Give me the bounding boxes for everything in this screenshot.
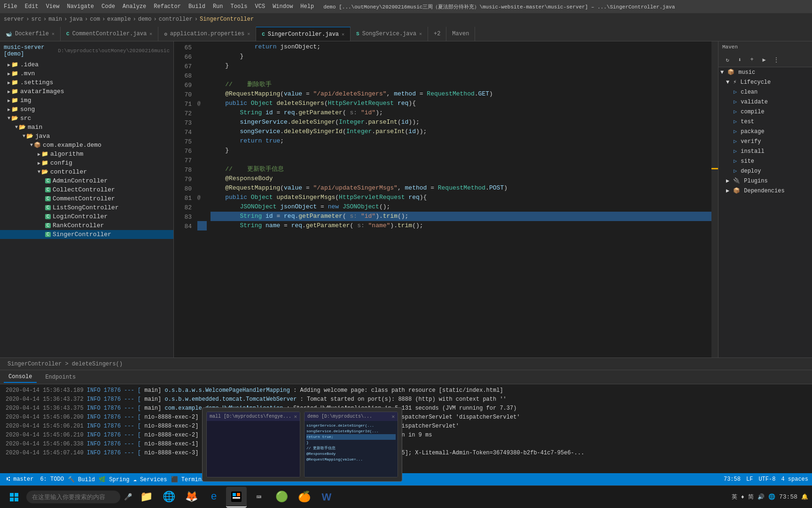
sidebar-item-java[interactable]: ▼ 📂 java <box>0 132 173 141</box>
sidebar-item-singercontroller[interactable]: C SingerController <box>0 230 173 239</box>
taskbar-edge[interactable]: e <box>203 487 224 508</box>
taskbar-file-explorer[interactable]: 📁 <box>136 487 156 508</box>
close-dockerfile[interactable]: ✕ <box>52 31 55 37</box>
sidebar-item-avatarimages[interactable]: ▶ 📁 avatarImages <box>0 87 173 96</box>
maven-lifecycle-item[interactable]: ▼ ⚡ Lifecycle <box>718 77 812 87</box>
tab-overflow[interactable]: +2 <box>428 27 446 41</box>
maven-play-btn[interactable]: ▶ <box>759 55 769 65</box>
tooltip-window-demo[interactable]: demo [D:\myproducts\... ✕ singerService.… <box>304 412 398 477</box>
maven-project-music[interactable]: ▼ 📦 music <box>718 67 812 77</box>
maven-clean[interactable]: ▷ clean <box>718 87 812 97</box>
menu-vcs[interactable]: VCS <box>255 3 265 10</box>
sidebar-item-com-example-demo[interactable]: ▼ 📦 com.example.demo <box>0 141 173 150</box>
menu-edit[interactable]: Edit <box>25 3 39 10</box>
sidebar-item-commentcontroller[interactable]: C CommentController <box>0 194 173 203</box>
minimap-scroll[interactable] <box>711 41 718 357</box>
sidebar-item-rankcontroller[interactable]: C RankController <box>0 221 173 230</box>
status-todo[interactable]: 6: TODO <box>40 476 63 483</box>
taskbar-app-orange[interactable]: 🍊 <box>294 487 314 508</box>
tab-commentcontroller[interactable]: C CommentController.java ✕ <box>61 27 158 41</box>
code-editor[interactable]: 6566676869707172737475767778798081828384… <box>174 41 718 357</box>
bc-demo[interactable]: demo <box>138 16 152 23</box>
maven-deploy[interactable]: ▷ deploy <box>718 166 812 176</box>
taskbar-app-green[interactable]: 🟢 <box>271 487 292 508</box>
bc-server[interactable]: server <box>4 16 24 23</box>
tab-console[interactable]: Console <box>4 372 37 383</box>
sidebar-item-img[interactable]: ▶ 📁 img <box>0 96 173 105</box>
close-tooltip-mall[interactable]: ✕ <box>294 413 297 420</box>
taskbar-notification[interactable]: 🔔 <box>801 493 808 500</box>
sidebar-item-mvn[interactable]: ▶ 📁 .mvn <box>0 69 173 78</box>
taskbar-lang[interactable]: 英 <box>732 493 737 501</box>
sidebar-item-controller[interactable]: ▼ 📂 controller <box>0 167 173 176</box>
status-indent[interactable]: 4 spaces <box>781 476 808 483</box>
bc-com[interactable]: com <box>90 16 100 23</box>
tab-maven[interactable]: Maven <box>446 27 475 41</box>
maven-verify[interactable]: ▷ verify <box>718 136 812 146</box>
bc-example[interactable]: example <box>107 16 131 23</box>
menu-code[interactable]: Code <box>102 3 115 10</box>
sidebar-item-algorithm[interactable]: ▶ 📁 algorithm <box>0 150 173 159</box>
tab-applicationproperties[interactable]: ⚙ application.properties ✕ <box>158 27 256 41</box>
sidebar-item-listsongcontroller[interactable]: C ListSongController <box>0 203 173 212</box>
menu-navigate[interactable]: Navigate <box>67 3 94 10</box>
mic-icon[interactable]: 🎤 <box>124 493 132 501</box>
maven-refresh-btn[interactable]: ↻ <box>722 55 733 65</box>
menu-bar[interactable]: File Edit View Navigate Code Analyze Ref… <box>4 3 314 10</box>
bc-singercontroller[interactable]: SingerController <box>200 16 254 23</box>
status-line-ending[interactable]: LF <box>746 476 753 483</box>
status-spring[interactable]: 🌿 Spring <box>99 476 129 483</box>
taskbar-word[interactable]: W <box>316 487 337 508</box>
status-line-col[interactable]: 73:58 <box>724 476 741 483</box>
maven-plugins-item[interactable]: ▶ 🔌 Plugins <box>718 176 812 186</box>
taskbar-intellij[interactable] <box>226 487 247 508</box>
code-content-area[interactable]: 6566676869707172737475767778798081828384… <box>174 41 718 357</box>
taskbar-search-input[interactable] <box>26 491 120 503</box>
close-songservice[interactable]: ✕ <box>419 31 422 37</box>
status-git[interactable]: ⑆ master <box>4 476 36 483</box>
maven-more-btn[interactable]: ⋮ <box>771 55 781 65</box>
maven-install[interactable]: ▷ install <box>718 146 812 156</box>
sidebar-item-settings[interactable]: ▶ 📁 .settings <box>0 78 173 87</box>
maven-package[interactable]: ▷ package <box>718 127 812 136</box>
menu-run[interactable]: Run <box>213 3 223 10</box>
maven-site[interactable]: ▷ site <box>718 156 812 166</box>
menu-help[interactable]: Help <box>300 3 314 10</box>
tab-endpoints[interactable]: Endpoints <box>40 372 80 382</box>
bc-java[interactable]: java <box>69 16 83 23</box>
sidebar-item-song[interactable]: ▶ 📁 song <box>0 105 173 114</box>
menu-window[interactable]: Window <box>273 3 293 10</box>
menu-analyze[interactable]: Analyze <box>123 3 146 10</box>
status-build[interactable]: 🔨 Build <box>68 476 95 483</box>
sidebar-item-logincontroller[interactable]: C LoginController <box>0 212 173 221</box>
sidebar-item-idea[interactable]: ▶ 📁 .idea <box>0 60 173 69</box>
taskbar-input-icon[interactable]: ♦ <box>741 494 744 500</box>
menu-build[interactable]: Build <box>188 3 205 10</box>
taskbar-network[interactable]: 🌐 <box>768 493 775 500</box>
maven-test[interactable]: ▷ test <box>718 117 812 127</box>
sidebar-item-admincontroller[interactable]: C AdminController <box>0 176 173 185</box>
sidebar-item-collectcontroller[interactable]: C CollectController <box>0 185 173 194</box>
bc-src[interactable]: src <box>31 16 41 23</box>
menu-refactor[interactable]: Refactor <box>154 3 181 10</box>
bc-main[interactable]: main <box>48 16 62 23</box>
close-singercontroller[interactable]: ✕ <box>342 32 344 37</box>
taskbar-terminal[interactable]: ⌨ <box>249 487 269 508</box>
close-commentcontroller[interactable]: ✕ <box>149 31 152 37</box>
maven-compile[interactable]: ▷ compile <box>718 107 812 117</box>
menu-tools[interactable]: Tools <box>231 3 248 10</box>
tab-dockerfile[interactable]: 🐋 Dockerfile ✕ <box>0 27 61 41</box>
close-appprops[interactable]: ✕ <box>247 31 250 37</box>
sidebar-item-main[interactable]: ▼ 📂 main <box>0 123 173 132</box>
tooltip-window-mall[interactable]: mall [D:\myproducts\fengye... ✕ <box>206 412 300 477</box>
close-tooltip-demo[interactable]: ✕ <box>391 413 395 420</box>
status-services[interactable]: ☁ Services <box>133 476 167 483</box>
code-lines[interactable]: return jsonObject; } } // 删除歌手 @RequestM… <box>207 41 718 357</box>
menu-file[interactable]: File <box>4 3 17 10</box>
taskbar-firefox[interactable]: 🦊 <box>181 487 202 508</box>
bc-controller[interactable]: controller <box>159 16 193 23</box>
taskbar-simplifed[interactable]: 简 <box>748 493 754 501</box>
status-encoding[interactable]: UTF-8 <box>758 476 775 483</box>
tab-songservice[interactable]: S SongService.java ✕ <box>351 27 428 41</box>
maven-download-btn[interactable]: ⬇ <box>734 55 745 65</box>
